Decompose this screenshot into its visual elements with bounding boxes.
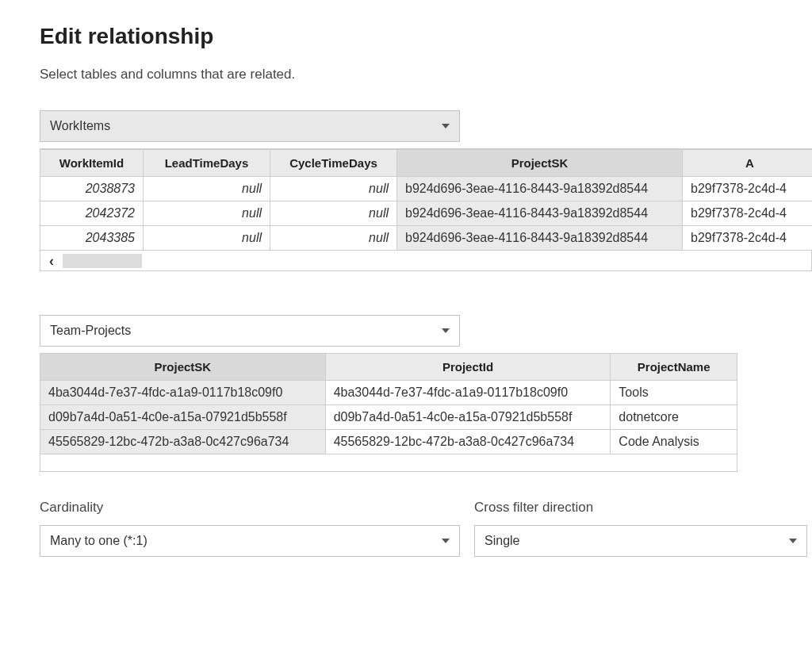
cardinality-label: Cardinality	[40, 500, 460, 516]
cell: null	[144, 201, 270, 226]
cell: dotnetcore	[611, 405, 737, 430]
table-row[interactable]: 2042372 null null b924d696-3eae-4116-844…	[40, 201, 813, 226]
table2-select-value: Team-Projects	[50, 324, 131, 338]
cell: null	[270, 177, 397, 201]
crossfilter-label: Cross filter direction	[474, 500, 807, 516]
chevron-down-icon	[789, 539, 797, 543]
table1-col-leadtimedays[interactable]: LeadTimeDays	[144, 150, 270, 177]
cell: 2043385	[40, 226, 144, 251]
table-row[interactable]: 2038873 null null b924d696-3eae-4116-844…	[40, 177, 813, 201]
spacer-row	[40, 454, 737, 472]
table1-select-value: WorkItems	[50, 119, 110, 133]
table1-preview: WorkItemId LeadTimeDays CycleTimeDays Pr…	[40, 148, 812, 271]
scroll-thumb[interactable]	[63, 254, 142, 268]
cell: d09b7a4d-0a51-4c0e-a15a-07921d5b558f	[325, 405, 611, 430]
table-row[interactable]: 45565829-12bc-472b-a3a8-0c427c96a734 455…	[40, 430, 737, 454]
table1-col-projectsk[interactable]: ProjectSK	[397, 150, 683, 177]
page-title: Edit relationship	[40, 24, 812, 49]
table2-preview: ProjectSK ProjectId ProjectName 4ba3044d…	[40, 353, 812, 472]
cell: null	[270, 226, 397, 251]
cell: 45565829-12bc-472b-a3a8-0c427c96a734	[40, 430, 326, 454]
cell: 2042372	[40, 201, 144, 226]
cell: null	[270, 201, 397, 226]
chevron-down-icon	[442, 539, 450, 543]
cell: 45565829-12bc-472b-a3a8-0c427c96a734	[325, 430, 611, 454]
cardinality-value: Many to one (*:1)	[50, 534, 147, 548]
cell: b924d696-3eae-4116-8443-9a18392d8544	[397, 177, 683, 201]
cell: null	[144, 177, 270, 201]
cell: b29f7378-2c4d-4	[683, 177, 813, 201]
cell: b924d696-3eae-4116-8443-9a18392d8544	[397, 226, 683, 251]
cell: null	[144, 226, 270, 251]
cardinality-select[interactable]: Many to one (*:1)	[40, 525, 460, 557]
cell: b29f7378-2c4d-4	[683, 226, 813, 251]
crossfilter-select[interactable]: Single	[474, 525, 807, 557]
cell: 4ba3044d-7e37-4fdc-a1a9-0117b18c09f0	[40, 381, 326, 405]
table2-select[interactable]: Team-Projects	[40, 315, 460, 347]
table1-col-a[interactable]: A	[683, 150, 813, 177]
cell: Code Analysis	[611, 430, 737, 454]
horizontal-scrollbar[interactable]: ‹	[40, 251, 812, 271]
cell: b29f7378-2c4d-4	[683, 201, 813, 226]
table2-col-projectid[interactable]: ProjectId	[325, 354, 611, 381]
table-row[interactable]: d09b7a4d-0a51-4c0e-a15a-07921d5b558f d09…	[40, 405, 737, 430]
cell: d09b7a4d-0a51-4c0e-a15a-07921d5b558f	[40, 405, 326, 430]
table-row[interactable]: 2043385 null null b924d696-3eae-4116-844…	[40, 226, 813, 251]
cell: b924d696-3eae-4116-8443-9a18392d8544	[397, 201, 683, 226]
table1-col-workitemid[interactable]: WorkItemId	[40, 150, 144, 177]
chevron-down-icon	[442, 124, 450, 128]
table1-col-cycletimedays[interactable]: CycleTimeDays	[270, 150, 397, 177]
table2-col-projectsk[interactable]: ProjectSK	[40, 354, 326, 381]
cell: Tools	[611, 381, 737, 405]
table2-col-projectname[interactable]: ProjectName	[611, 354, 737, 381]
cell: 2038873	[40, 177, 144, 201]
chevron-down-icon	[442, 328, 450, 333]
crossfilter-value: Single	[485, 534, 519, 548]
scroll-left-icon[interactable]: ‹	[40, 254, 63, 268]
page-subtitle: Select tables and columns that are relat…	[40, 67, 812, 82]
table1-select[interactable]: WorkItems	[40, 110, 460, 142]
cell: 4ba3044d-7e37-4fdc-a1a9-0117b18c09f0	[325, 381, 611, 405]
table-row[interactable]: 4ba3044d-7e37-4fdc-a1a9-0117b18c09f0 4ba…	[40, 381, 737, 405]
